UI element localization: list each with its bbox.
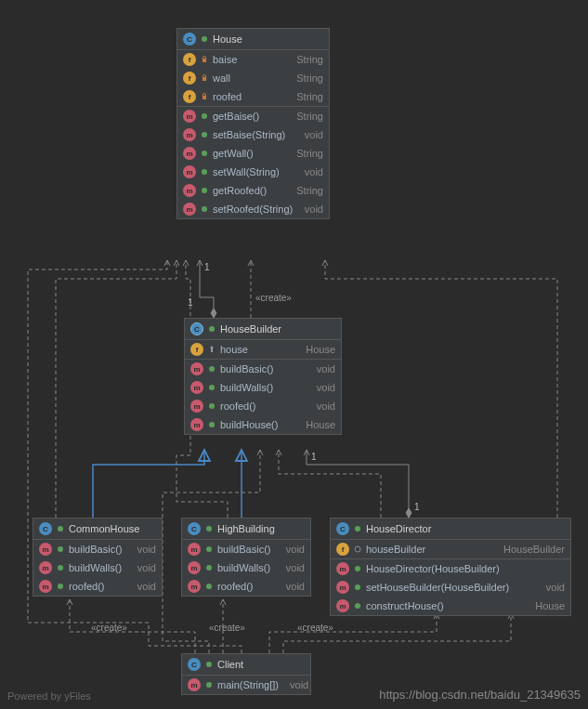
class-house-director[interactable]: C HouseDirector fhouseBuilderHouseBuilde… (330, 518, 571, 616)
public-icon (204, 582, 214, 591)
public-icon (204, 680, 214, 689)
public-icon (204, 524, 214, 533)
method-icon: m (190, 381, 203, 394)
method-icon: m (39, 561, 52, 574)
svg-point-9 (202, 206, 207, 212)
svg-point-18 (58, 546, 63, 552)
class-icon: C (188, 658, 201, 671)
svg-point-21 (206, 526, 212, 532)
svg-point-17 (58, 526, 63, 532)
class-icon: C (188, 522, 201, 535)
method-icon: m (336, 599, 349, 612)
method-icon: m (336, 562, 349, 575)
svg-rect-12 (211, 348, 213, 352)
svg-point-4 (202, 113, 207, 119)
class-house-builder[interactable]: C HouseBuilder fhouseHouse mbuildBasic()… (184, 318, 342, 435)
svg-point-10 (209, 326, 215, 332)
public-icon (56, 582, 65, 591)
svg-rect-2 (203, 77, 206, 81)
field-icon: f (183, 72, 196, 85)
public-icon (204, 563, 214, 572)
public-icon (200, 112, 209, 121)
svg-point-24 (206, 584, 212, 589)
package-icon (353, 545, 362, 554)
svg-rect-3 (203, 96, 206, 99)
multiplicity: 1 (414, 502, 420, 512)
public-icon (207, 401, 216, 411)
method-icon: m (188, 580, 201, 593)
field-icon: f (336, 543, 349, 556)
svg-point-31 (206, 682, 212, 688)
class-house[interactable]: C House fbaiseString fwallString froofed… (176, 28, 330, 219)
class-name: CommonHouse (69, 523, 139, 534)
class-name: House (213, 33, 242, 45)
class-name: Client (217, 659, 243, 670)
public-icon (353, 524, 362, 533)
public-icon (207, 420, 216, 429)
stereotype-create: «create» (91, 623, 127, 633)
svg-point-5 (202, 132, 207, 138)
svg-point-7 (202, 169, 207, 175)
method-icon: m (336, 581, 349, 594)
method-icon: m (183, 147, 196, 160)
abstract-class-icon: C (190, 322, 203, 335)
svg-point-25 (355, 526, 360, 532)
class-name: HouseDirector (366, 523, 431, 534)
public-icon (353, 564, 362, 573)
public-icon (207, 383, 216, 392)
svg-rect-1 (203, 59, 206, 62)
multiplicity: 1 (188, 297, 193, 308)
method-icon: m (39, 543, 52, 556)
class-common-house[interactable]: C CommonHouse mbuildBasic()void mbuildWa… (33, 518, 163, 597)
method-icon: m (183, 128, 196, 141)
stereotype-create: «create» (255, 293, 292, 303)
private-icon (200, 92, 209, 101)
svg-point-27 (355, 566, 360, 571)
svg-point-20 (58, 584, 63, 589)
public-icon (56, 545, 65, 554)
svg-point-26 (355, 546, 360, 552)
svg-point-0 (202, 36, 207, 42)
svg-point-19 (58, 565, 63, 571)
public-icon (56, 563, 65, 572)
method-icon: m (188, 543, 201, 556)
class-icon: C (39, 522, 52, 535)
method-icon: m (183, 165, 196, 178)
field-icon: f (190, 343, 203, 356)
class-icon: C (183, 33, 196, 46)
footer-url: https://blog.csdn.net/baidu_21349635 (379, 688, 581, 702)
public-icon (200, 130, 209, 139)
method-icon: m (190, 362, 203, 375)
svg-point-13 (209, 366, 215, 372)
method-icon: m (188, 561, 201, 574)
class-icon: C (336, 522, 349, 535)
footer-credit: Powered by yFiles (7, 690, 91, 702)
private-icon (200, 55, 209, 64)
private-icon (200, 73, 209, 83)
public-icon (353, 601, 362, 611)
method-icon: m (183, 203, 196, 216)
public-icon (56, 524, 65, 533)
svg-point-16 (209, 422, 215, 427)
method-icon: m (183, 184, 196, 197)
public-icon (207, 324, 216, 334)
public-icon (353, 583, 362, 592)
class-client[interactable]: C Client mmain(String[])void (181, 653, 311, 695)
svg-point-15 (209, 403, 215, 409)
public-icon (200, 167, 209, 177)
public-icon (200, 149, 209, 158)
method-icon: m (183, 110, 196, 123)
method-icon: m (39, 580, 52, 593)
class-high-building[interactable]: C HighBuilding mbuildBasic()void mbuildW… (181, 518, 311, 597)
public-icon (200, 34, 209, 44)
public-icon (200, 204, 209, 214)
svg-point-28 (355, 584, 360, 590)
field-icon: f (183, 53, 196, 66)
class-name: HighBuilding (217, 523, 275, 534)
svg-point-22 (206, 546, 212, 552)
svg-point-6 (202, 151, 207, 156)
public-icon (200, 186, 209, 195)
svg-point-23 (206, 565, 212, 571)
stereotype-create: «create» (209, 623, 245, 633)
method-icon: m (190, 400, 203, 413)
